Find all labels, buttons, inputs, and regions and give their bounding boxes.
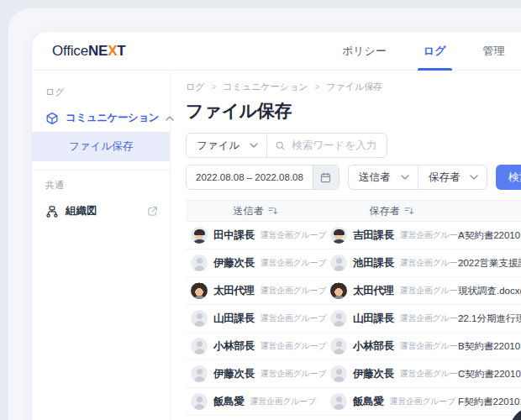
table-row[interactable]: 田中課長 運営企画グループ 吉田課長 運営企画グループ A契約書220101.x… — [186, 222, 521, 249]
avatar — [191, 338, 208, 354]
magnifier-icon — [276, 140, 285, 151]
calendar-button[interactable] — [313, 165, 339, 189]
person-name: 飯島愛 — [353, 395, 384, 409]
tab-admin[interactable]: 管理 — [477, 32, 511, 71]
sidebar-section-log: ログ — [32, 77, 170, 104]
avatar — [330, 338, 347, 354]
tab-log[interactable]: ログ — [418, 32, 452, 71]
external-link-icon — [147, 206, 158, 217]
sender-cell: 太田代理 運営企画グループ — [186, 282, 325, 299]
saver-cell: 池田課長 運営企画グループ — [325, 255, 458, 271]
table-row[interactable]: 小林部長 運営企画グループ 小林部長 運営企画グループ B契約書220101.x… — [186, 333, 521, 360]
breadcrumb: ログ > コミュニケーション > ファイル保存 — [186, 81, 521, 93]
breadcrumb-separator: > — [212, 82, 217, 92]
person-name: 伊藤次長 — [213, 256, 255, 270]
saver-cell: 飯島愛 運営企画グループ — [325, 393, 458, 410]
breadcrumb-item-log[interactable]: ログ — [186, 81, 205, 93]
page-title: ファイル保存 — [186, 99, 521, 123]
avatar — [330, 393, 347, 410]
person-name: 山田課長 — [353, 312, 394, 326]
person-name: 池田課長 — [353, 256, 394, 270]
person-group: 運営企画グループ — [400, 285, 466, 297]
logo-text-x: X — [108, 43, 117, 59]
sort-descending-icon[interactable] — [268, 207, 278, 215]
file-name: B契約書220101.xls — [458, 340, 521, 353]
sidebar-item-communication[interactable]: コミュニケーション — [32, 104, 170, 132]
sidebar: ログ コミュニケーション ファイル保存 共通 — [32, 71, 171, 420]
person-name: 田中課長 — [213, 228, 255, 243]
person-group: 運営企画グループ — [250, 396, 316, 407]
avatar — [330, 227, 347, 244]
sender-cell: 山田課長 運営企画グループ — [186, 310, 325, 327]
search-type-value: ファイル — [197, 139, 239, 153]
search-input[interactable] — [290, 139, 378, 152]
person-name: 伊藤次長 — [213, 367, 255, 381]
saver-select[interactable]: 保存者 — [418, 165, 487, 189]
breadcrumb-item-communication[interactable]: コミュニケーション — [223, 81, 308, 93]
person-group: 運営企画グループ — [260, 229, 326, 241]
top-navigation: ポリシー ログ 管理 — [336, 32, 511, 71]
sender-select-value: 送信者 — [359, 171, 391, 185]
file-name: 2022営業支援計画 — [458, 257, 521, 270]
person-name: 伊藤次長 — [353, 367, 394, 381]
file-name: 22.1分期進行現況 — [458, 312, 521, 325]
table-row[interactable]: 伊藤次長 運営企画グループ 池田課長 運営企画グループ 2022営業支援計画 — [186, 249, 521, 277]
saver-select-value: 保存者 — [429, 171, 460, 185]
sort-descending-icon[interactable] — [404, 207, 414, 215]
keyword-search — [267, 134, 387, 157]
file-name: 現状調査.docx(30 — [458, 285, 521, 297]
avatar — [330, 310, 347, 327]
search-filter-group: ファイル — [186, 133, 387, 158]
person-group: 運営企画グループ — [260, 257, 326, 269]
person-name: 山田課長 — [213, 312, 255, 326]
avatar — [191, 255, 208, 271]
avatar — [191, 310, 208, 327]
saver-cell: 山田課長 運営企画グループ — [325, 310, 458, 327]
sidebar-section-common: 共通 — [32, 171, 170, 197]
date-range-value[interactable]: 2022.08.08 – 2022.08.08 — [187, 165, 313, 189]
saver-cell: 伊藤次長 運営企画グループ — [325, 365, 458, 382]
table-header-row: 送信者 保存者 — [186, 200, 521, 222]
person-name: 小林部長 — [213, 339, 255, 354]
sender-cell: 伊藤次長 運営企画グループ — [186, 255, 325, 271]
top-bar: OfficeNEXT ポリシー ログ 管理 — [32, 32, 521, 71]
sender-cell: 伊藤次長 運営企画グループ — [186, 365, 325, 382]
person-group: 運営企画グループ — [400, 368, 466, 380]
org-tree-icon — [45, 205, 59, 218]
avatar — [191, 365, 208, 382]
sender-select[interactable]: 送信者 — [349, 165, 418, 189]
sidebar-item-org-chart[interactable]: 組織図 — [32, 197, 170, 225]
table-row[interactable]: 山田課長 運営企画グループ 山田課長 運営企画グループ 22.1分期進行現況 — [186, 305, 521, 333]
person-name: 飯島愛 — [213, 395, 245, 409]
tab-policy[interactable]: ポリシー — [336, 32, 392, 71]
person-name: 小林部長 — [353, 339, 394, 354]
filter-row: 2022.08.08 – 2022.08.08 送信者 保存者 — [186, 165, 521, 190]
saver-cell: 太田代理 運営企画グループ — [325, 282, 458, 299]
file-name: C契約書220101.xls — [458, 368, 521, 381]
cube-icon — [45, 112, 59, 125]
person-group: 運営企画グループ — [400, 229, 466, 241]
avatar — [191, 282, 208, 299]
column-header-sender[interactable]: 送信者 — [186, 204, 325, 218]
table-row[interactable]: 伊藤次長 運営企画グループ 伊藤次長 運営企画グループ C契約書220101.x… — [186, 360, 521, 388]
person-name: 吉田課長 — [353, 228, 394, 243]
column-header-saver[interactable]: 保存者 — [325, 204, 458, 218]
person-filter-group: 送信者 保存者 — [348, 165, 487, 190]
chevron-down-icon — [250, 143, 258, 148]
column-header-label: 送信者 — [234, 204, 264, 218]
avatar — [330, 282, 347, 299]
sidebar-item-file-save[interactable]: ファイル保存 — [32, 132, 170, 161]
screen: OfficeNEXT ポリシー ログ 管理 ログ コミュニケーション — [0, 0, 521, 420]
logo-text-ne: NE — [88, 43, 108, 59]
file-name: F契約書220101.xls — [458, 396, 521, 408]
sidebar-item-label: 組織図 — [66, 204, 97, 218]
search-button[interactable]: 検索 — [496, 165, 521, 190]
search-type-select[interactable]: ファイル — [187, 134, 267, 157]
table-row[interactable]: 髙橋蓮 運営企画グループ 髙橋蓮 運営企画グループ M契約書220101.xls — [186, 416, 521, 420]
saver-cell: 小林部長 運営企画グループ — [325, 338, 458, 354]
avatar — [330, 255, 347, 271]
table-row[interactable]: 太田代理 運営企画グループ 太田代理 運営企画グループ 現状調査.docx(30 — [186, 277, 521, 305]
sender-cell: 小林部長 運営企画グループ — [186, 338, 325, 354]
person-group: 運営企画グループ — [260, 312, 326, 324]
table-row[interactable]: 飯島愛 運営企画グループ 飯島愛 運営企画グループ F契約書220101.xls — [186, 388, 521, 416]
